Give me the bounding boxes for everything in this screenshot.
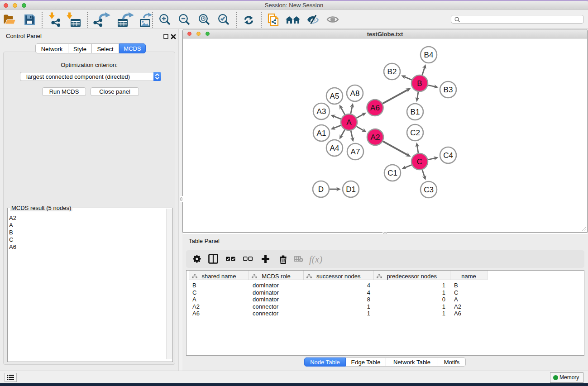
svg-text:B4: B4 (424, 51, 434, 59)
svg-text:A8: A8 (350, 89, 360, 98)
svg-text:B1: B1 (411, 108, 420, 116)
svg-text:B: B (417, 79, 422, 88)
svg-text:A2: A2 (371, 133, 380, 142)
svg-text:C4: C4 (443, 151, 453, 160)
svg-text:A1: A1 (317, 129, 326, 138)
svg-text:D1: D1 (346, 185, 356, 194)
svg-text:C2: C2 (410, 129, 420, 137)
svg-text:B3: B3 (444, 86, 453, 94)
svg-text:C1: C1 (387, 169, 397, 177)
svg-text:A: A (346, 118, 352, 127)
svg-text:A7: A7 (351, 148, 360, 156)
svg-text:A5: A5 (330, 92, 339, 100)
svg-text:A6: A6 (370, 104, 380, 112)
svg-text:D: D (318, 185, 324, 194)
svg-text:A4: A4 (330, 144, 339, 152)
svg-text:C3: C3 (424, 186, 434, 194)
svg-text:A3: A3 (317, 107, 326, 116)
svg-text:B2: B2 (387, 67, 397, 76)
svg-text:C: C (417, 157, 422, 166)
